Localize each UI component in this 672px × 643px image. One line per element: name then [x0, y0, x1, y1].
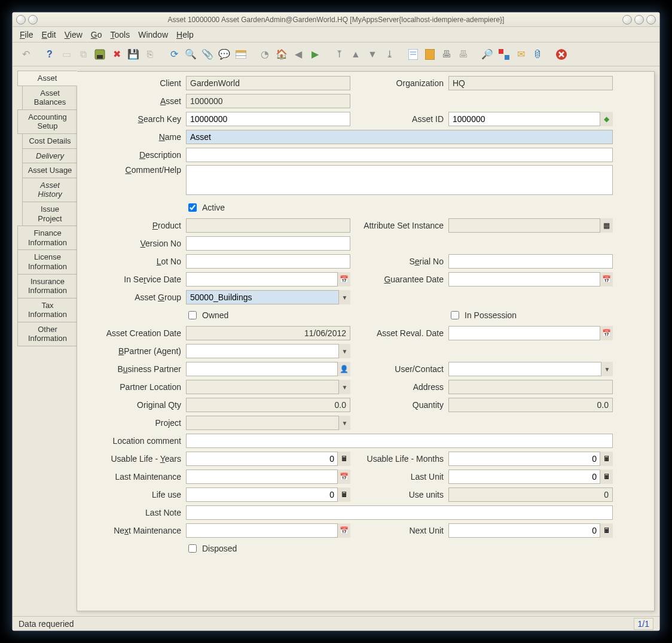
menu-help[interactable]: Help	[176, 30, 194, 39]
field-comment[interactable]	[186, 165, 613, 195]
field-last-unit[interactable]	[448, 470, 613, 484]
checkbox-active[interactable]: Active	[186, 202, 350, 214]
field-user-contact[interactable]	[448, 362, 613, 376]
print-icon[interactable]: 🖶	[439, 47, 454, 62]
calculator-icon[interactable]: 🖩	[600, 523, 613, 538]
last-icon[interactable]: ⤓	[382, 47, 396, 62]
request-icon[interactable]: ✉	[514, 47, 528, 62]
attachment-icon[interactable]: 📎	[200, 47, 215, 62]
print-preview-icon[interactable]: 🖶	[456, 47, 471, 62]
report-icon[interactable]	[406, 47, 420, 62]
calendar-icon[interactable]: 📅	[337, 272, 350, 287]
calendar-icon[interactable]: 📅	[600, 326, 613, 340]
field-next-maintenance[interactable]	[186, 523, 350, 538]
help-icon[interactable]: ?	[42, 47, 57, 62]
dropdown-icon[interactable]: ▼	[338, 290, 350, 304]
tab-tax-information[interactable]: Tax Information	[17, 298, 77, 322]
menu-window[interactable]: Window	[138, 30, 168, 39]
next-icon[interactable]: ▼	[365, 47, 380, 62]
tab-other-information[interactable]: Other Information	[17, 322, 77, 346]
checkbox-active-input[interactable]	[188, 203, 197, 212]
home-icon[interactable]: 🏠	[274, 47, 289, 62]
calendar-icon[interactable]: 📅	[337, 523, 350, 538]
field-next-unit[interactable]	[448, 523, 613, 538]
field-usable-life-years[interactable]	[186, 452, 350, 466]
field-asset-id[interactable]	[448, 112, 613, 126]
calendar-icon[interactable]: 📅	[337, 470, 350, 484]
minimize-button[interactable]	[622, 15, 632, 25]
field-location-comment[interactable]	[186, 434, 613, 448]
tab-cost-details[interactable]: Cost Details	[22, 133, 77, 149]
back-icon[interactable]: ◀	[291, 47, 306, 62]
checkbox-owned-input[interactable]	[188, 311, 197, 319]
product-info-icon[interactable]: 🛢	[530, 47, 545, 62]
field-bpartner-agent[interactable]	[186, 344, 350, 358]
field-name[interactable]	[186, 130, 613, 144]
field-version-no[interactable]	[186, 236, 350, 251]
field-asset-group[interactable]	[186, 290, 350, 304]
dropdown-icon[interactable]: ▼	[338, 344, 350, 358]
menu-view[interactable]: View	[65, 30, 83, 39]
field-product[interactable]	[186, 218, 350, 233]
zoom-across-icon[interactable]: 🔎	[480, 47, 494, 62]
delete-icon[interactable]: ✖	[109, 47, 124, 62]
menu-edit[interactable]: Edit	[42, 30, 56, 39]
field-search-key[interactable]	[186, 112, 350, 126]
window-pin-button[interactable]	[28, 15, 38, 25]
forward-icon[interactable]: ▶	[308, 47, 322, 62]
menu-go[interactable]: Go	[91, 30, 102, 39]
close-button[interactable]	[646, 15, 656, 25]
field-last-maintenance[interactable]	[186, 470, 350, 484]
menu-tools[interactable]: Tools	[111, 30, 130, 39]
calculator-icon[interactable]: 🖩	[600, 470, 613, 484]
field-serial-no[interactable]	[448, 254, 613, 269]
dropdown-icon[interactable]: ▼	[601, 362, 613, 376]
field-project[interactable]	[186, 416, 350, 430]
tab-asset-usage[interactable]: Asset Usage	[22, 163, 77, 178]
tab-accounting-setup[interactable]: Accounting Setup	[17, 109, 77, 134]
attr-set-button-icon[interactable]: ▦	[600, 218, 613, 233]
field-attr-set[interactable]	[448, 218, 613, 233]
undo-icon[interactable]: ↶	[19, 47, 33, 62]
exit-icon[interactable]	[554, 47, 569, 62]
copy-record-icon[interactable]: ⎘	[143, 47, 157, 62]
tab-delivery[interactable]: Delivery	[22, 148, 77, 164]
save-disk-icon[interactable]: 💾	[126, 47, 140, 62]
archive-icon[interactable]	[423, 47, 437, 62]
save-icon[interactable]	[93, 47, 107, 62]
tab-license-information[interactable]: License Information	[17, 249, 77, 274]
calculator-icon[interactable]: 🖩	[337, 487, 350, 502]
copy-icon[interactable]: ⧉	[76, 47, 90, 62]
tab-asset-history[interactable]: Asset History	[22, 178, 77, 202]
checkbox-owned[interactable]: Owned	[186, 309, 350, 321]
chat-icon[interactable]: 💬	[217, 47, 231, 62]
find-icon[interactable]: 🔍	[184, 47, 198, 62]
field-description[interactable]	[186, 148, 613, 162]
window-menu-button[interactable]	[16, 15, 26, 25]
bpartner-lookup-icon[interactable]: 👤	[337, 362, 350, 376]
calculator-icon[interactable]: 🖩	[600, 452, 613, 466]
new-icon[interactable]: ▭	[59, 47, 74, 62]
history-icon[interactable]: ◔	[258, 47, 272, 62]
tab-asset[interactable]: Asset	[17, 71, 77, 86]
checkbox-disposed-input[interactable]	[188, 544, 197, 553]
asset-id-lookup-icon[interactable]: ◆	[600, 112, 613, 126]
tab-finance-information[interactable]: Finance Information	[17, 225, 77, 250]
checkbox-in-possession-input[interactable]	[451, 311, 459, 319]
field-lot-no[interactable]	[186, 254, 350, 269]
refresh-icon[interactable]: ⟳	[167, 47, 181, 62]
maximize-button[interactable]	[634, 15, 644, 25]
tab-insurance-information[interactable]: Insurance Information	[17, 274, 77, 298]
field-address[interactable]	[448, 380, 613, 394]
calculator-icon[interactable]: 🖩	[337, 452, 350, 466]
checkbox-in-possession[interactable]: In Possession	[448, 309, 613, 321]
menu-file[interactable]: File	[20, 30, 33, 39]
workflow-icon[interactable]	[497, 47, 511, 62]
field-life-use[interactable]	[186, 487, 350, 502]
field-last-note[interactable]	[186, 505, 613, 520]
tab-issue-project[interactable]: Issue Project	[22, 202, 77, 226]
field-reval-date[interactable]	[448, 326, 613, 340]
dropdown-icon[interactable]: ▼	[338, 380, 350, 394]
field-guarantee[interactable]	[448, 272, 613, 287]
checkbox-disposed[interactable]: Disposed	[186, 543, 350, 554]
